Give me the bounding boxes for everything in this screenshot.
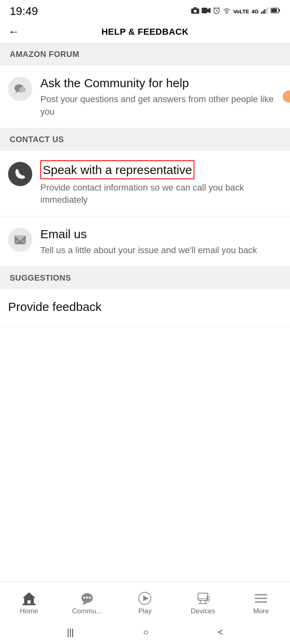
community-icon-circle — [8, 77, 32, 101]
back-button[interactable]: ← — [8, 25, 19, 38]
devices-nav-icon — [195, 591, 211, 606]
system-nav-bar: ||| ○ < — [0, 622, 290, 644]
email-us-desc: Tell us a little about your issue and we… — [40, 244, 282, 257]
nav-item-home[interactable]: Home — [0, 591, 58, 615]
feedback-content: Provide feedback — [8, 299, 282, 317]
ask-community-content: Ask the Community for help Post your que… — [40, 75, 282, 118]
section-title-contact-us: CONTACT US — [10, 135, 64, 144]
svg-marker-27 — [23, 592, 35, 604]
svg-line-9 — [218, 7, 219, 8]
svg-rect-29 — [23, 605, 35, 605]
status-time: 19:49 — [10, 5, 38, 18]
svg-rect-12 — [263, 10, 264, 14]
status-bar: 19:49 — [0, 0, 290, 21]
nav-item-devices[interactable]: Devices — [174, 591, 232, 615]
svg-point-10 — [226, 13, 227, 14]
status-icons: VoLTE 4G — [191, 7, 280, 16]
page-title: HELP & FEEDBACK — [101, 27, 188, 37]
more-nav-label: More — [253, 607, 269, 615]
empty-space — [0, 327, 290, 408]
home-icon — [21, 591, 37, 606]
email-us-content: Email us Tell us a little about your iss… — [40, 226, 282, 257]
email-icon — [14, 234, 26, 246]
speak-rep-content: Speak with a representative Provide cont… — [40, 160, 282, 207]
volte-text: VoLTE — [233, 8, 249, 15]
alarm-icon — [213, 7, 220, 16]
bottom-nav: Home Commu... Play — [0, 582, 290, 622]
video-icon — [202, 7, 211, 15]
svg-point-34 — [83, 596, 85, 598]
svg-rect-18 — [271, 9, 277, 13]
back-system-button[interactable]: < — [218, 627, 223, 638]
devices-nav-label: Devices — [191, 607, 215, 615]
home-button[interactable]: ○ — [143, 627, 148, 638]
svg-line-41 — [205, 600, 206, 604]
section-header-amazon-forum: AMAZON FORUM — [0, 43, 290, 65]
svg-rect-11 — [261, 12, 262, 14]
svg-rect-2 — [194, 7, 197, 9]
photo-icon — [191, 7, 199, 15]
peek-bubble — [283, 90, 290, 103]
feedback-title: Provide feedback — [8, 299, 282, 315]
svg-point-36 — [89, 596, 91, 598]
speak-rep-item[interactable]: Speak with a representative Provide cont… — [0, 151, 290, 217]
header: ← HELP & FEEDBACK — [0, 21, 290, 43]
svg-rect-28 — [23, 604, 35, 605]
provide-feedback-item[interactable]: Provide feedback — [0, 289, 290, 327]
recent-apps-button[interactable]: ||| — [67, 627, 74, 638]
email-icon-circle — [8, 228, 32, 252]
ask-community-item[interactable]: Ask the Community for help Post your que… — [0, 65, 290, 128]
chat-icon — [14, 83, 26, 95]
svg-point-35 — [86, 596, 88, 598]
svg-rect-14 — [266, 8, 267, 14]
4g-text: 4G — [252, 8, 259, 15]
nav-item-more[interactable]: More — [232, 591, 290, 615]
svg-rect-17 — [279, 9, 280, 12]
svg-rect-13 — [264, 9, 265, 14]
svg-marker-4 — [207, 8, 211, 13]
svg-line-40 — [200, 600, 201, 604]
email-us-item[interactable]: Email us Tell us a little about your iss… — [0, 216, 290, 267]
ask-community-desc: Post your questions and get answers from… — [40, 93, 282, 118]
email-us-title: Email us — [40, 226, 282, 242]
community-nav-icon — [79, 591, 95, 606]
speak-rep-title: Speak with a representative — [40, 160, 194, 179]
home-nav-label: Home — [20, 607, 38, 615]
svg-marker-38 — [143, 596, 149, 601]
nav-item-play[interactable]: Play — [116, 591, 174, 615]
svg-point-21 — [19, 87, 26, 92]
content-area: AMAZON FORUM Ask the Community for help … — [0, 43, 290, 582]
community-nav-label: Commu... — [72, 607, 102, 615]
battery-icon — [271, 8, 280, 15]
svg-rect-15 — [267, 7, 268, 14]
ask-community-title: Ask the Community for help — [40, 75, 282, 91]
section-header-contact-us: CONTACT US — [0, 128, 290, 151]
section-title-suggestions: SUGGESTIONS — [10, 273, 71, 282]
play-nav-label: Play — [138, 607, 152, 615]
svg-rect-39 — [198, 593, 208, 600]
section-title-amazon-forum: AMAZON FORUM — [10, 50, 79, 59]
phone-icon — [14, 168, 26, 180]
phone-icon-circle — [8, 162, 32, 186]
play-nav-icon — [137, 591, 153, 606]
speak-rep-desc: Provide contact information so we can ca… — [40, 182, 282, 207]
more-nav-icon — [253, 591, 269, 606]
wifi-icon — [223, 7, 231, 15]
nav-item-community[interactable]: Commu... — [58, 591, 116, 615]
section-header-suggestions: SUGGESTIONS — [0, 267, 290, 289]
svg-point-1 — [194, 10, 197, 13]
signal-icon — [261, 7, 268, 15]
svg-line-8 — [214, 7, 215, 8]
svg-rect-3 — [202, 8, 207, 13]
